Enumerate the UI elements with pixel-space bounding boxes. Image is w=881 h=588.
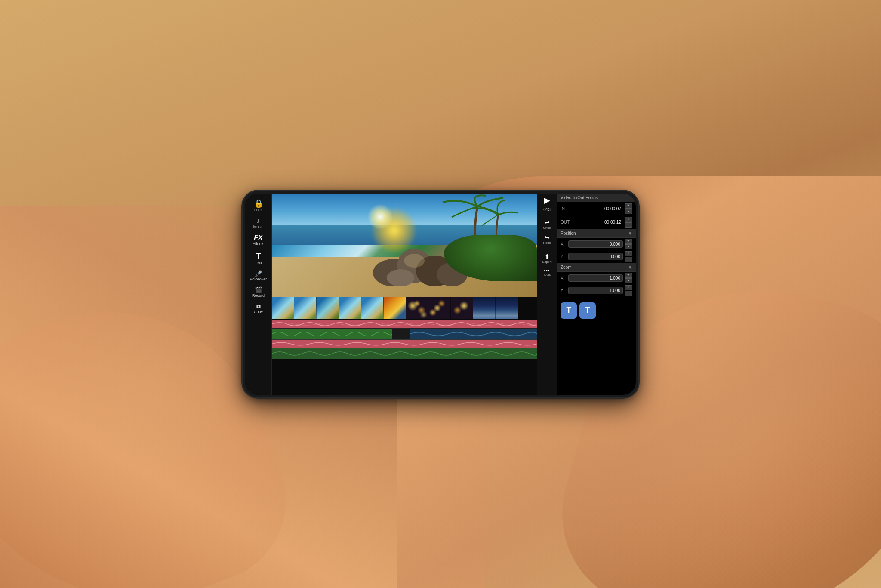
zoom-x-minus-btn[interactable]: - (625, 278, 632, 283)
lock-label: Lock (254, 208, 262, 212)
in-controls: + - (625, 203, 632, 214)
toolbar-record[interactable]: 🎬 Record (246, 284, 271, 301)
svg-point-4 (387, 269, 414, 286)
play-button-area[interactable] (537, 195, 557, 206)
frame-counter: 013 (543, 206, 551, 213)
effects-label: Effects (253, 242, 264, 246)
play-button-icon[interactable] (544, 198, 550, 204)
position-chevron: ▼ (628, 231, 632, 236)
position-title: Position (561, 231, 576, 236)
zoom-chevron: ▼ (628, 265, 632, 270)
zoom-title: Zoom (561, 265, 572, 270)
pos-x-plus-btn[interactable]: + (625, 239, 632, 244)
zoom-y-minus-btn[interactable]: - (625, 291, 632, 296)
zoom-y-row: Y 1.000 + - (557, 284, 636, 297)
in-plus-btn[interactable]: + (625, 203, 632, 209)
text-label: Text (255, 261, 262, 265)
clip-city-2 (496, 297, 518, 319)
toolbar-lock[interactable]: 🔒 Lock (246, 197, 271, 215)
record-label: Record (252, 294, 265, 298)
position-x-controls: + - (625, 239, 632, 249)
audio-track-1 (272, 329, 537, 340)
zoom-header: Zoom ▼ (557, 263, 636, 272)
clip-sunset (384, 297, 406, 319)
clip-city-1 (473, 297, 496, 319)
effects-icon: FX (254, 234, 262, 241)
position-header: Position ▼ (557, 229, 636, 238)
audio-track-2 (272, 348, 537, 359)
zoom-x-controls: + - (625, 273, 632, 283)
position-y-label: Y (561, 254, 567, 259)
clip-bokeh-3 (451, 297, 473, 319)
redo-label: Redo (543, 241, 551, 245)
zoom-y-value: 1.000 (568, 287, 623, 294)
waveform-track-2 (272, 340, 537, 348)
tools-label: Tools (543, 273, 551, 277)
zoom-x-plus-btn[interactable]: + (625, 273, 632, 278)
out-controls: + - (625, 217, 632, 228)
in-minus-btn[interactable]: - (625, 209, 632, 214)
clip-beach-4 (339, 297, 361, 319)
zoom-x-label: X (561, 276, 567, 280)
left-toolbar: 🔒 Lock ♪ Music FX Effects T Text 🎤 V (245, 194, 272, 395)
text-overlay-btn-1[interactable]: T (561, 302, 577, 319)
zoom-y-plus-btn[interactable]: + (625, 285, 632, 290)
playhead (373, 297, 373, 320)
inout-header: Video In/Out Points (557, 194, 636, 202)
out-minus-btn[interactable]: - (625, 222, 632, 228)
toolbar-text[interactable]: T Text (246, 249, 271, 268)
divider-1 (537, 215, 557, 215)
pos-y-plus-btn[interactable]: + (625, 251, 632, 256)
tools-button[interactable]: ••• Tools (537, 266, 557, 279)
tools-icon: ••• (544, 268, 550, 273)
export-label: Export (542, 260, 552, 264)
position-y-value: 0.000 (568, 253, 623, 260)
video-preview (272, 194, 537, 297)
position-y-row: Y 0.000 + - (557, 250, 636, 263)
video-track (272, 297, 537, 320)
out-label: OUT (561, 220, 573, 225)
lock-icon: 🔒 (254, 200, 263, 207)
clip-beach-1 (272, 297, 294, 319)
clip-bokeh-1 (406, 297, 428, 319)
in-value: 00:00:07 (574, 206, 623, 211)
right-data-panel: Video In/Out Points IN 00:00:07 + - (557, 194, 636, 395)
phone-screen: 🔒 Lock ♪ Music FX Effects T Text 🎤 V (245, 194, 636, 395)
clip-bokeh-2 (428, 297, 451, 319)
zoom-x-row: X 1.000 + - (557, 272, 636, 284)
sun-flare (367, 204, 393, 230)
position-section: Position ▼ X 0.000 + - Y (557, 229, 636, 263)
zoom-section: Zoom ▼ X 1.000 + - Y (557, 263, 636, 297)
pos-y-minus-btn[interactable]: - (625, 257, 632, 262)
toolbar-effects[interactable]: FX Effects (246, 232, 271, 249)
undo-icon: ↪ (545, 219, 550, 226)
toolbar-voiceover[interactable]: 🎤 Voiceover (246, 268, 271, 284)
inout-title: Video In/Out Points (561, 195, 598, 200)
zoom-y-label: Y (561, 288, 567, 293)
position-x-value: 0.000 (568, 240, 623, 248)
undo-button[interactable]: ↪ Undo (537, 217, 557, 232)
redo-button[interactable]: ↪ Redo (537, 232, 557, 247)
toolbar-music[interactable]: ♪ Music (246, 215, 271, 232)
music-label: Music (253, 225, 264, 229)
export-button[interactable]: ⬆ Export (537, 251, 557, 266)
record-icon: 🎬 (255, 287, 262, 293)
toolbar-copy[interactable]: ⧉ Copy (246, 301, 271, 317)
out-value: 00:00:12 (574, 220, 623, 225)
out-plus-btn[interactable]: + (625, 217, 632, 222)
clip-beach-2 (294, 297, 317, 319)
in-label: IN (561, 206, 573, 211)
inout-section: Video In/Out Points IN 00:00:07 + - (557, 194, 636, 229)
copy-icon: ⧉ (256, 303, 261, 309)
voiceover-icon: 🎤 (255, 271, 262, 277)
pos-x-minus-btn[interactable]: - (625, 244, 632, 249)
zoom-x-value: 1.000 (568, 274, 623, 282)
undo-label: Undo (543, 226, 551, 230)
copy-label: Copy (254, 310, 263, 314)
right-nav-column: 013 ↪ Undo ↪ Redo ⬆ Export (537, 194, 557, 395)
phone-device: 🔒 Lock ♪ Music FX Effects T Text 🎤 V (243, 191, 638, 397)
music-icon: ♪ (257, 217, 260, 224)
export-icon: ⬆ (545, 253, 550, 260)
text-overlay-btn-2[interactable]: T (579, 302, 596, 319)
out-row: OUT 00:00:12 + - (557, 215, 636, 229)
